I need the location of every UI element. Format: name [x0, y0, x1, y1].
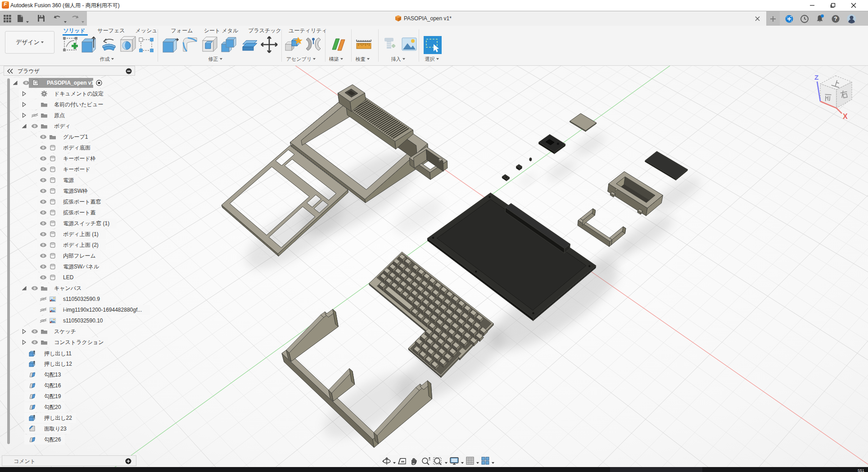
svg-text:Z: Z	[814, 73, 818, 81]
svg-text:?: ?	[834, 16, 837, 22]
svg-text:X: X	[843, 113, 848, 120]
